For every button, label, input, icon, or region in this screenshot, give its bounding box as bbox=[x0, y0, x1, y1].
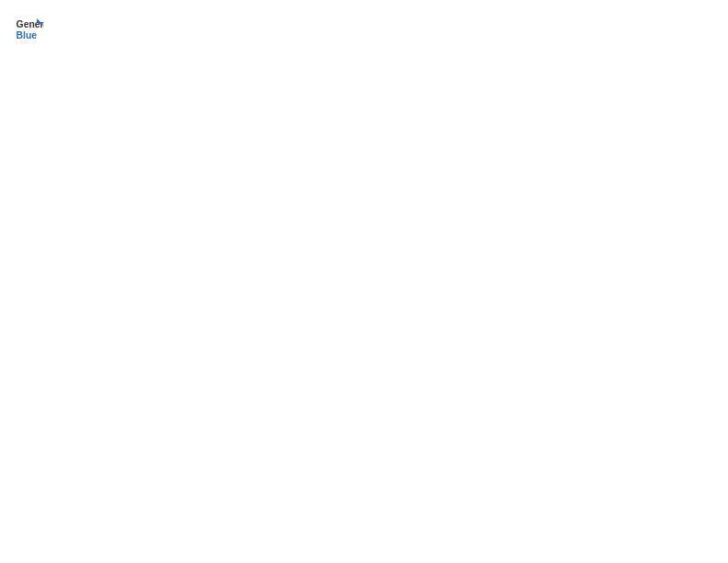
page-header: General Blue bbox=[15, 15, 713, 44]
svg-text:Blue: Blue bbox=[17, 30, 38, 40]
logo: General Blue bbox=[15, 15, 44, 44]
logo-icon: General Blue bbox=[15, 15, 44, 44]
svg-text:General: General bbox=[17, 19, 44, 29]
